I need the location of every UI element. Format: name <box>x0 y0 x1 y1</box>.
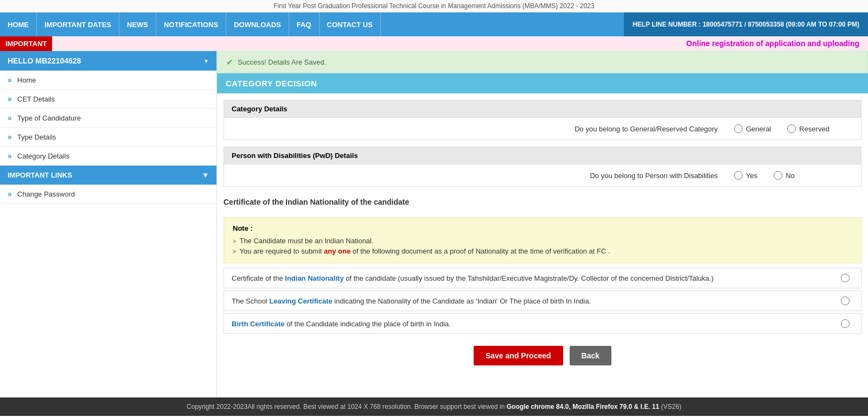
sidebar-hello[interactable]: HELLO MB22104628 ▼ <box>0 51 216 71</box>
sidebar-important-links-header: IMPORTANT LINKS ▼ <box>0 166 216 185</box>
cert-radio-1[interactable] <box>841 274 850 282</box>
nav-notifications[interactable]: NOTIFICATIONS <box>156 12 226 36</box>
certificate-section: Certificate of the Indian Nationality of… <box>224 193 861 211</box>
online-reg-text: Online registration of application and u… <box>686 39 859 48</box>
nav-home[interactable]: HOME <box>0 12 37 36</box>
save-and-proceed-button[interactable]: Save and Proceed <box>474 346 563 365</box>
cert-row-2-text: The School Leaving Certificate indicatin… <box>232 297 837 305</box>
any-one-highlight: any one <box>324 247 350 255</box>
chevron-right-icon: » <box>8 113 12 122</box>
chevron-right-icon: > <box>233 238 236 244</box>
radio-no-input[interactable] <box>774 171 782 180</box>
note-item-1: > The Candidate must be an Indian Nation… <box>233 236 852 246</box>
radio-no[interactable]: No <box>774 171 795 180</box>
chevron-right-icon: » <box>8 94 12 103</box>
nav-contact[interactable]: CONTACT US <box>320 12 381 36</box>
cert-row-2-radio[interactable] <box>837 296 853 305</box>
success-icon: ✔ <box>226 57 233 67</box>
pwd-question-label: Do you belong to Person with Disabilitie… <box>232 172 734 180</box>
radio-reserved[interactable]: Reserved <box>787 124 829 133</box>
cert-row-3-radio[interactable] <box>837 319 853 328</box>
category-decision-header: CATEGORY DECISION <box>217 73 868 93</box>
action-row: Save and Proceed Back <box>217 336 868 375</box>
sidebar-item-change-password[interactable]: » Change Password <box>0 185 216 204</box>
main-layout: HELLO MB22104628 ▼ » Home » CET Details … <box>0 51 868 397</box>
sidebar: HELLO MB22104628 ▼ » Home » CET Details … <box>0 51 217 397</box>
back-button[interactable]: Back <box>570 346 611 365</box>
chevron-right-icon: » <box>8 75 12 84</box>
cert-row-1-radio[interactable] <box>837 274 853 282</box>
cert-row-1-text: Certificate of the Indian Nationality of… <box>232 274 837 282</box>
sidebar-item-home[interactable]: » Home <box>0 71 216 90</box>
cert-row-3-text: Birth Certificate of the Candidate indic… <box>232 320 837 328</box>
sidebar-item-type-details[interactable]: » Type Details <box>0 128 216 147</box>
radio-reserved-input[interactable] <box>787 124 796 133</box>
main-content: ✔ Success! Details Are Saved. CATEGORY D… <box>217 51 868 397</box>
leaving-certificate-highlight: Leaving Certificate <box>269 297 332 305</box>
success-message-bar: ✔ Success! Details Are Saved. <box>217 51 868 73</box>
footer: Copyright 2022-2023All rights reserved. … <box>0 397 868 416</box>
radio-yes-input[interactable] <box>734 171 743 180</box>
pwd-radio-group: Yes No <box>734 171 853 180</box>
radio-general-input[interactable] <box>734 124 743 133</box>
radio-general[interactable]: General <box>734 124 771 133</box>
note-box: Note : > The Candidate must be an Indian… <box>224 217 861 263</box>
category-details-title: Category Details <box>224 100 861 118</box>
cert-row-3: Birth Certificate of the Candidate indic… <box>224 313 861 334</box>
nav-faq[interactable]: FAQ <box>289 12 320 36</box>
sidebar-item-category-details[interactable]: » Category Details <box>0 147 216 166</box>
nav-news[interactable]: NEWS <box>119 12 156 36</box>
indian-nationality-highlight: Indian Nationality <box>285 274 343 282</box>
important-label: IMPORTANT <box>0 36 52 51</box>
note-item-2: > You are required to submit any one of … <box>233 246 852 256</box>
cert-radio-2[interactable] <box>841 296 850 305</box>
pwd-question-row: Do you belong to Person with Disabilitie… <box>224 165 861 186</box>
helpline-number: HELP LINE NUMBER : 18005475771 / 8750053… <box>624 12 868 36</box>
page-title: First Year Post Graduation Professional … <box>0 0 868 12</box>
cert-row-2: The School Leaving Certificate indicatin… <box>224 290 861 311</box>
top-navigation: HOME IMPORTANT DATES NEWS NOTIFICATIONS … <box>0 12 868 36</box>
cert-section-title: Certificate of the Indian Nationality of… <box>224 193 861 211</box>
pwd-details-section: Person with Disabilities (PwD) Details D… <box>224 147 861 187</box>
note-label: Note : <box>233 224 852 232</box>
category-details-section: Category Details Do you belong to Genera… <box>224 100 861 140</box>
cert-row-1: Certificate of the Indian Nationality of… <box>224 268 861 288</box>
sidebar-item-cet[interactable]: » CET Details <box>0 90 216 109</box>
category-question-label: Do you belong to General/Reserved Catego… <box>232 125 734 133</box>
footer-highlight: Google chrome 84.0, Mozilla Firefox 79.0… <box>507 403 659 410</box>
nav-dates[interactable]: IMPORTANT DATES <box>37 12 119 36</box>
pwd-details-title: Person with Disabilities (PwD) Details <box>224 147 861 165</box>
chevron-right-icon: » <box>8 189 12 198</box>
category-radio-group: General Reserved <box>734 124 853 133</box>
chevron-down-icon: ▼ <box>203 58 209 64</box>
sidebar-item-type-candidature[interactable]: » Type of Candidature <box>0 109 216 128</box>
chevron-right-icon: » <box>8 151 12 160</box>
birth-certificate-highlight: Birth Certificate <box>232 320 285 328</box>
chevron-right-icon: » <box>8 132 12 141</box>
header-strip: IMPORTANT Online registration of applica… <box>0 36 868 51</box>
chevron-down-icon: ▼ <box>202 171 209 179</box>
chevron-right-icon: > <box>233 248 236 255</box>
category-question-row: Do you belong to General/Reserved Catego… <box>224 118 861 140</box>
cert-radio-3[interactable] <box>841 319 850 328</box>
nav-downloads[interactable]: DOWNLOADS <box>226 12 289 36</box>
radio-yes[interactable]: Yes <box>734 171 757 180</box>
